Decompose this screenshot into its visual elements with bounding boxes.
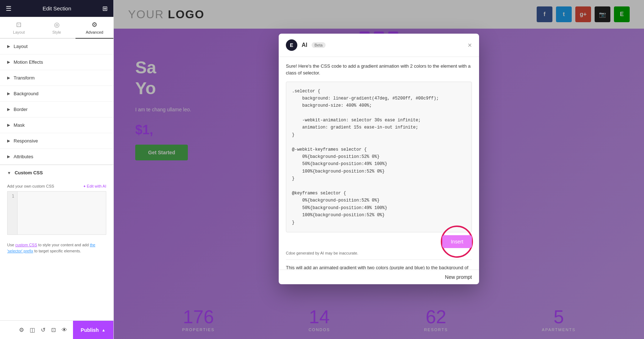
menu-label-background: Background xyxy=(14,91,38,96)
edit-with-ai-button[interactable]: ✦ Edit with AI xyxy=(83,184,106,188)
custom-css-link[interactable]: custom CSS xyxy=(15,243,37,247)
menu-label-border: Border xyxy=(14,107,28,112)
line-numbers: 1 xyxy=(8,192,18,234)
tab-style[interactable]: ◎ Style xyxy=(38,17,76,39)
tab-layout[interactable]: ⊡ Layout xyxy=(0,17,38,39)
custom-css-header[interactable]: ▼ Custom CSS xyxy=(0,165,113,180)
custom-css-title: Custom CSS xyxy=(15,170,43,175)
modal-code-block: .selector { background: linear-gradient(… xyxy=(286,82,472,232)
sidebar-title: Edit Section xyxy=(43,5,71,11)
custom-css-label-row: Add your own custom CSS ✦ Edit with AI xyxy=(7,184,106,188)
main-content: YOUR LOGO f t g+ 📷 E + ⊹ × Sa Yo I am te… xyxy=(114,0,644,339)
ai-modal: E AI Beta × Sure! Here's the CSS code to… xyxy=(279,34,479,284)
modal-warning-text: Cdoe generated by AI may be inaccurate. xyxy=(286,251,472,255)
menu-item-layout[interactable]: ▶ Layout xyxy=(0,39,113,54)
menu-label-responsive: Responsive xyxy=(14,138,38,144)
sidebar: ☰ Edit Section ⊞ ⊡ Layout ◎ Style ⚙ Adva… xyxy=(0,0,114,339)
custom-css-section: ▼ Custom CSS Add your own custom CSS ✦ E… xyxy=(0,165,113,275)
tab-style-label: Style xyxy=(52,30,61,34)
custom-css-body: Add your own custom CSS ✦ Edit with AI 1 xyxy=(0,180,113,238)
layout-icon: ⊡ xyxy=(16,21,21,29)
hint-text-1: Use xyxy=(7,243,15,247)
menu-label-motion: Motion Effects xyxy=(14,59,43,65)
sidebar-footer: ⚙ ◫ ↺ ⊡ 👁 Publish ▲ xyxy=(0,320,113,339)
arrow-icon-mask: ▶ xyxy=(7,123,10,127)
sidebar-hint: Use custom CSS to style your content and… xyxy=(0,238,113,275)
sidebar-tabs: ⊡ Layout ◎ Style ⚙ Advanced xyxy=(0,17,113,39)
tab-layout-label: Layout xyxy=(13,30,25,34)
arrow-icon-background: ▶ xyxy=(7,91,10,96)
arrow-icon-responsive: ▶ xyxy=(7,139,10,143)
ai-star-icon: ✦ xyxy=(83,184,86,188)
menu-label-mask: Mask xyxy=(14,122,25,128)
menu-item-attributes[interactable]: ▶ Attributes xyxy=(0,149,113,165)
layers-icon[interactable]: ◫ xyxy=(30,326,35,333)
preview-icon[interactable]: 👁 xyxy=(62,327,67,333)
sidebar-menu: ▶ Layout ▶ Motion Effects ▶ Transform ▶ … xyxy=(0,39,113,339)
footer-icons: ⚙ ◫ ↺ ⊡ 👁 xyxy=(13,326,73,333)
menu-item-border[interactable]: ▶ Border xyxy=(0,102,113,117)
menu-label-layout: Layout xyxy=(14,44,28,49)
edit-with-ai-label: Edit with AI xyxy=(87,184,106,188)
arrow-icon-attributes: ▶ xyxy=(7,154,10,159)
hint-text-2: to style your content and add xyxy=(37,243,90,247)
grid-icon[interactable]: ⊞ xyxy=(102,5,108,13)
style-icon: ◎ xyxy=(54,21,60,29)
insert-button-wrapper: Insert xyxy=(286,235,472,248)
modal-header: E AI Beta × xyxy=(279,34,479,57)
modal-close-button[interactable]: × xyxy=(468,42,472,49)
custom-css-add-label: Add your own custom CSS xyxy=(7,184,54,188)
menu-item-background[interactable]: ▶ Background xyxy=(0,86,113,102)
hamburger-icon[interactable]: ☰ xyxy=(6,5,11,13)
advanced-icon: ⚙ xyxy=(92,21,97,29)
insert-ring-container: Insert xyxy=(442,235,472,248)
arrow-icon-motion: ▶ xyxy=(7,60,10,64)
css-textarea[interactable] xyxy=(18,192,106,234)
modal-logo: E xyxy=(286,39,297,51)
publish-label: Publish xyxy=(81,327,99,333)
menu-item-responsive[interactable]: ▶ Responsive xyxy=(0,133,113,149)
new-prompt-button[interactable]: New prompt xyxy=(445,274,472,280)
publish-chevron-icon: ▲ xyxy=(102,328,106,332)
hint-text-3: to target specific elements. xyxy=(33,249,81,253)
modal-title: AI xyxy=(302,42,307,48)
responsive-icon[interactable]: ⊡ xyxy=(51,326,56,333)
history-icon[interactable]: ↺ xyxy=(41,326,45,333)
modal-body: Sure! Here's the CSS code to add a gradi… xyxy=(279,57,479,270)
arrow-icon-layout: ▶ xyxy=(7,44,10,49)
sidebar-header: ☰ Edit Section ⊞ xyxy=(0,0,113,17)
arrow-icon-transform: ▶ xyxy=(7,76,10,80)
modal-description-text: This will add an animated gradient with … xyxy=(286,264,472,270)
menu-item-motion-effects[interactable]: ▶ Motion Effects xyxy=(0,54,113,70)
menu-label-attributes: Attributes xyxy=(14,154,33,159)
settings-icon[interactable]: ⚙ xyxy=(19,326,24,333)
arrow-down-icon: ▼ xyxy=(7,171,11,175)
modal-divider xyxy=(286,260,472,260)
insert-button[interactable]: Insert xyxy=(442,235,472,248)
modal-intro-text: Sure! Here's the CSS code to add a gradi… xyxy=(286,63,472,77)
modal-footer: New prompt xyxy=(279,270,479,284)
menu-label-transform: Transform xyxy=(14,75,35,81)
tab-advanced-label: Advanced xyxy=(86,30,103,34)
code-editor: 1 xyxy=(7,191,106,235)
tab-advanced[interactable]: ⚙ Advanced xyxy=(75,17,113,39)
menu-item-mask[interactable]: ▶ Mask xyxy=(0,117,113,133)
modal-badge: Beta xyxy=(312,42,326,48)
publish-button[interactable]: Publish ▲ xyxy=(73,321,113,339)
arrow-icon-border: ▶ xyxy=(7,107,10,112)
modal-overlay: E AI Beta × Sure! Here's the CSS code to… xyxy=(114,0,644,339)
menu-item-transform[interactable]: ▶ Transform xyxy=(0,70,113,86)
line-number-1: 1 xyxy=(12,194,14,199)
